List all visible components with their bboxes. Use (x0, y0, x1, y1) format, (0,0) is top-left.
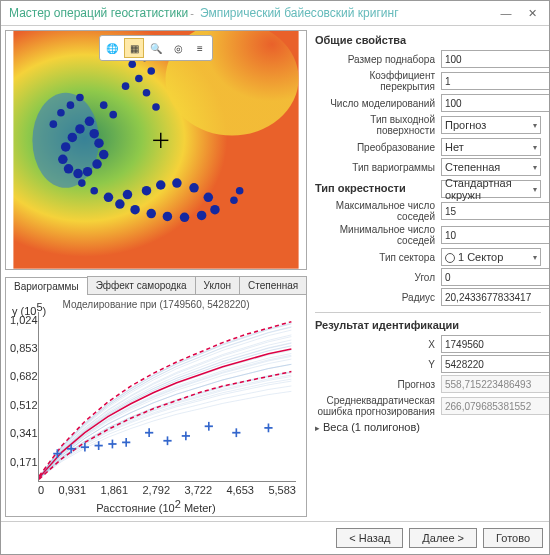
x-axis-label: Расстояние (102 Meter) (8, 498, 304, 514)
tab-variograms[interactable]: Вариограммы (5, 277, 88, 295)
svg-point-23 (104, 193, 114, 203)
svg-point-45 (230, 196, 238, 204)
label-radius: Радиус (315, 292, 441, 303)
svg-point-22 (89, 129, 99, 139)
svg-point-28 (180, 213, 190, 223)
chevron-down-icon: ▾ (533, 253, 537, 262)
chevron-down-icon: ▾ (533, 185, 537, 194)
tab-power[interactable]: Степенная (239, 276, 307, 294)
y-ticks: 1,0240,8530,6820,5120,3410,171 (8, 312, 38, 482)
label-min-neighbors: Минимальное число соседей (315, 224, 441, 246)
tab-nugget[interactable]: Эффект самородка (87, 276, 196, 294)
select-sector[interactable]: 1 Сектор▾ (441, 248, 541, 266)
svg-point-10 (152, 103, 160, 111)
minimize-button[interactable]: — (497, 4, 515, 22)
section-general: Общие свойства (315, 34, 541, 46)
input-x[interactable] (441, 335, 549, 353)
label-subset-size: Размер поднабора (315, 54, 441, 65)
svg-point-25 (130, 205, 140, 215)
select-transform[interactable]: Нет▾ (441, 138, 541, 156)
output-prognoz (441, 375, 549, 393)
properties-panel: Общие свойства Размер поднабора Коэффици… (311, 26, 549, 521)
label-x: X (315, 339, 441, 350)
svg-point-6 (147, 67, 155, 75)
label-variogram: Тип вариограммы (315, 162, 441, 173)
svg-point-15 (58, 155, 68, 165)
svg-point-36 (123, 190, 133, 200)
chart-title: Моделирование при (1749560, 5428220) (8, 299, 304, 310)
svg-point-38 (67, 101, 75, 109)
title-separator: - (190, 7, 194, 19)
svg-point-32 (189, 183, 199, 193)
label-max-neighbors: Максимальное число соседей (315, 200, 441, 222)
svg-point-42 (109, 111, 117, 119)
input-y[interactable] (441, 355, 549, 373)
chart-tabs: Вариограммы Эффект самородка Уклон Степе… (5, 276, 307, 295)
section-result: Результат идентификации (315, 319, 541, 331)
svg-point-9 (143, 89, 151, 97)
svg-point-29 (197, 211, 207, 221)
titlebar: Мастер операций геостатистики - Эмпириче… (1, 1, 549, 25)
label-angle: Угол (315, 272, 441, 283)
map-preview[interactable]: 🌐 ▦ 🔍 ◎ ≡ (5, 30, 307, 270)
svg-point-17 (73, 169, 83, 179)
x-ticks: 00,9311,8612,7923,7224,6535,583 (8, 482, 304, 496)
close-button[interactable]: ✕ (523, 4, 541, 22)
tool-target-icon[interactable]: ◎ (168, 38, 188, 58)
input-overlap[interactable] (441, 72, 549, 90)
input-radius[interactable] (441, 288, 549, 306)
finish-button[interactable]: Готово (483, 528, 543, 548)
input-max-neighbors[interactable] (441, 202, 549, 220)
svg-point-21 (94, 138, 104, 148)
label-overlap: Коэффициент перекрытия (315, 70, 441, 92)
chart-plot[interactable] (38, 312, 296, 482)
chevron-down-icon: ▾ (533, 163, 537, 172)
label-prognoz: Прогноз (315, 379, 441, 390)
label-sector: Тип сектора (315, 252, 441, 263)
svg-point-20 (99, 150, 109, 160)
label-out-surface: Тип выходной поверхности (315, 114, 441, 136)
svg-point-46 (236, 187, 244, 195)
title-sub: Эмпирический байесовский кригинг (200, 6, 399, 20)
input-subset-size[interactable] (441, 50, 549, 68)
input-simulations[interactable] (441, 94, 549, 112)
chevron-down-icon: ▾ (533, 121, 537, 130)
svg-point-30 (210, 205, 220, 215)
tab-slope[interactable]: Уклон (195, 276, 240, 294)
map-toolbar: 🌐 ▦ 🔍 ◎ ≡ (99, 35, 213, 61)
label-rmse: Среднеквадратическая ошибка прогнозирова… (315, 395, 441, 417)
select-out-surface[interactable]: Прогноз▾ (441, 116, 541, 134)
svg-point-43 (78, 179, 86, 187)
svg-point-18 (83, 167, 93, 177)
select-neighborhood[interactable]: Стандартная окружн▾ (441, 180, 541, 198)
svg-point-44 (90, 187, 98, 195)
tool-magnify-icon[interactable]: 🔍 (146, 38, 166, 58)
svg-point-11 (85, 117, 95, 127)
label-simulations: Число моделирований (315, 98, 441, 109)
svg-point-31 (204, 193, 214, 203)
svg-point-26 (146, 209, 156, 219)
output-rmse (441, 397, 549, 415)
input-angle[interactable] (441, 268, 549, 286)
svg-point-33 (172, 178, 182, 188)
section-neighborhood: Тип окрестности (315, 182, 441, 194)
svg-point-12 (75, 124, 85, 134)
next-button[interactable]: Далее > (409, 528, 477, 548)
tool-layers-icon[interactable]: ▦ (124, 38, 144, 58)
back-button[interactable]: < Назад (336, 528, 403, 548)
svg-point-34 (156, 180, 166, 190)
expand-icon[interactable]: ▸ (315, 423, 320, 433)
chevron-down-icon: ▾ (533, 143, 537, 152)
label-y: Y (315, 359, 441, 370)
svg-point-14 (61, 142, 71, 152)
input-min-neighbors[interactable] (441, 226, 549, 244)
tool-globe-icon[interactable]: 🌐 (102, 38, 122, 58)
chart-area: γ (105) Моделирование при (1749560, 5428… (5, 295, 307, 517)
tool-list-icon[interactable]: ≡ (190, 38, 210, 58)
svg-point-37 (76, 94, 84, 102)
select-variogram[interactable]: Степенная▾ (441, 158, 541, 176)
weights-section[interactable]: Веса (1 полигонов) (323, 421, 420, 433)
svg-point-5 (128, 60, 136, 68)
svg-point-16 (64, 164, 74, 174)
svg-point-40 (50, 120, 58, 128)
